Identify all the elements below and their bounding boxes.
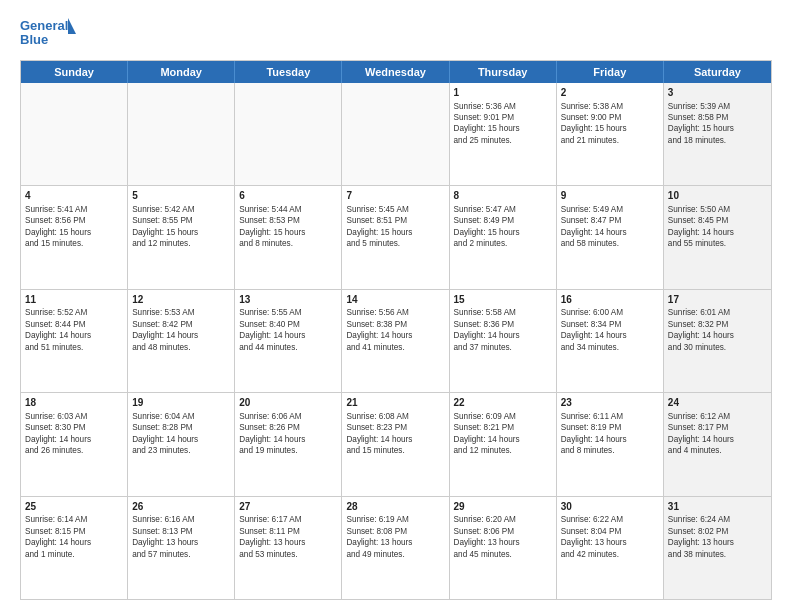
svg-text:General: General [20,18,68,33]
day-number: 29 [454,500,552,514]
svg-marker-2 [68,18,76,34]
calendar-row: 11Sunrise: 5:52 AM Sunset: 8:44 PM Dayli… [21,290,771,393]
calendar-header-cell: Tuesday [235,61,342,83]
day-info: Sunrise: 6:20 AM Sunset: 8:06 PM Dayligh… [454,515,520,558]
calendar-cell: 17Sunrise: 6:01 AM Sunset: 8:32 PM Dayli… [664,290,771,392]
calendar-cell: 8Sunrise: 5:47 AM Sunset: 8:49 PM Daylig… [450,186,557,288]
calendar-cell: 30Sunrise: 6:22 AM Sunset: 8:04 PM Dayli… [557,497,664,599]
calendar-header-cell: Wednesday [342,61,449,83]
calendar-cell: 12Sunrise: 5:53 AM Sunset: 8:42 PM Dayli… [128,290,235,392]
day-number: 23 [561,396,659,410]
day-number: 15 [454,293,552,307]
calendar-cell: 5Sunrise: 5:42 AM Sunset: 8:55 PM Daylig… [128,186,235,288]
calendar-cell: 11Sunrise: 5:52 AM Sunset: 8:44 PM Dayli… [21,290,128,392]
day-info: Sunrise: 6:14 AM Sunset: 8:15 PM Dayligh… [25,515,91,558]
day-info: Sunrise: 5:52 AM Sunset: 8:44 PM Dayligh… [25,308,91,351]
day-number: 5 [132,189,230,203]
calendar-cell: 26Sunrise: 6:16 AM Sunset: 8:13 PM Dayli… [128,497,235,599]
calendar-row: 18Sunrise: 6:03 AM Sunset: 8:30 PM Dayli… [21,393,771,496]
day-number: 21 [346,396,444,410]
day-info: Sunrise: 5:55 AM Sunset: 8:40 PM Dayligh… [239,308,305,351]
day-number: 12 [132,293,230,307]
day-number: 2 [561,86,659,100]
day-number: 10 [668,189,767,203]
calendar-cell [21,83,128,185]
day-info: Sunrise: 6:06 AM Sunset: 8:26 PM Dayligh… [239,412,305,455]
day-info: Sunrise: 5:45 AM Sunset: 8:51 PM Dayligh… [346,205,412,248]
calendar-cell: 15Sunrise: 5:58 AM Sunset: 8:36 PM Dayli… [450,290,557,392]
calendar-header-cell: Thursday [450,61,557,83]
page: General Blue SundayMondayTuesdayWednesda… [0,0,792,612]
calendar-cell: 21Sunrise: 6:08 AM Sunset: 8:23 PM Dayli… [342,393,449,495]
day-info: Sunrise: 5:44 AM Sunset: 8:53 PM Dayligh… [239,205,305,248]
svg-text:Blue: Blue [20,32,48,47]
day-info: Sunrise: 5:47 AM Sunset: 8:49 PM Dayligh… [454,205,520,248]
calendar-row: 4Sunrise: 5:41 AM Sunset: 8:56 PM Daylig… [21,186,771,289]
calendar-cell: 28Sunrise: 6:19 AM Sunset: 8:08 PM Dayli… [342,497,449,599]
day-number: 20 [239,396,337,410]
day-number: 18 [25,396,123,410]
day-number: 6 [239,189,337,203]
day-info: Sunrise: 5:50 AM Sunset: 8:45 PM Dayligh… [668,205,734,248]
day-number: 31 [668,500,767,514]
day-number: 8 [454,189,552,203]
calendar-cell: 3Sunrise: 5:39 AM Sunset: 8:58 PM Daylig… [664,83,771,185]
day-number: 1 [454,86,552,100]
day-number: 26 [132,500,230,514]
day-info: Sunrise: 6:24 AM Sunset: 8:02 PM Dayligh… [668,515,734,558]
day-info: Sunrise: 6:08 AM Sunset: 8:23 PM Dayligh… [346,412,412,455]
day-number: 19 [132,396,230,410]
day-number: 13 [239,293,337,307]
day-number: 4 [25,189,123,203]
calendar-cell: 25Sunrise: 6:14 AM Sunset: 8:15 PM Dayli… [21,497,128,599]
calendar-row: 1Sunrise: 5:36 AM Sunset: 9:01 PM Daylig… [21,83,771,186]
day-number: 30 [561,500,659,514]
calendar-header-cell: Monday [128,61,235,83]
day-number: 3 [668,86,767,100]
day-number: 27 [239,500,337,514]
calendar-cell: 29Sunrise: 6:20 AM Sunset: 8:06 PM Dayli… [450,497,557,599]
day-number: 9 [561,189,659,203]
day-info: Sunrise: 5:38 AM Sunset: 9:00 PM Dayligh… [561,102,627,145]
calendar-cell: 10Sunrise: 5:50 AM Sunset: 8:45 PM Dayli… [664,186,771,288]
calendar-cell [235,83,342,185]
day-info: Sunrise: 6:22 AM Sunset: 8:04 PM Dayligh… [561,515,627,558]
calendar-cell: 7Sunrise: 5:45 AM Sunset: 8:51 PM Daylig… [342,186,449,288]
calendar-header-cell: Sunday [21,61,128,83]
day-number: 7 [346,189,444,203]
header: General Blue [20,16,772,52]
logo-svg: General Blue [20,16,80,52]
calendar-cell: 9Sunrise: 5:49 AM Sunset: 8:47 PM Daylig… [557,186,664,288]
calendar-cell: 23Sunrise: 6:11 AM Sunset: 8:19 PM Dayli… [557,393,664,495]
calendar-cell: 6Sunrise: 5:44 AM Sunset: 8:53 PM Daylig… [235,186,342,288]
day-number: 25 [25,500,123,514]
calendar-cell [128,83,235,185]
calendar-cell: 22Sunrise: 6:09 AM Sunset: 8:21 PM Dayli… [450,393,557,495]
calendar-row: 25Sunrise: 6:14 AM Sunset: 8:15 PM Dayli… [21,497,771,599]
day-number: 22 [454,396,552,410]
day-info: Sunrise: 5:49 AM Sunset: 8:47 PM Dayligh… [561,205,627,248]
day-info: Sunrise: 6:16 AM Sunset: 8:13 PM Dayligh… [132,515,198,558]
day-info: Sunrise: 6:09 AM Sunset: 8:21 PM Dayligh… [454,412,520,455]
day-info: Sunrise: 6:04 AM Sunset: 8:28 PM Dayligh… [132,412,198,455]
calendar-cell: 2Sunrise: 5:38 AM Sunset: 9:00 PM Daylig… [557,83,664,185]
day-info: Sunrise: 6:01 AM Sunset: 8:32 PM Dayligh… [668,308,734,351]
day-info: Sunrise: 5:56 AM Sunset: 8:38 PM Dayligh… [346,308,412,351]
calendar-cell: 19Sunrise: 6:04 AM Sunset: 8:28 PM Dayli… [128,393,235,495]
calendar-cell: 1Sunrise: 5:36 AM Sunset: 9:01 PM Daylig… [450,83,557,185]
calendar-cell: 4Sunrise: 5:41 AM Sunset: 8:56 PM Daylig… [21,186,128,288]
day-info: Sunrise: 5:36 AM Sunset: 9:01 PM Dayligh… [454,102,520,145]
calendar: SundayMondayTuesdayWednesdayThursdayFrid… [20,60,772,600]
day-info: Sunrise: 6:12 AM Sunset: 8:17 PM Dayligh… [668,412,734,455]
calendar-cell: 31Sunrise: 6:24 AM Sunset: 8:02 PM Dayli… [664,497,771,599]
day-info: Sunrise: 6:19 AM Sunset: 8:08 PM Dayligh… [346,515,412,558]
day-info: Sunrise: 5:39 AM Sunset: 8:58 PM Dayligh… [668,102,734,145]
calendar-header: SundayMondayTuesdayWednesdayThursdayFrid… [21,61,771,83]
day-info: Sunrise: 6:03 AM Sunset: 8:30 PM Dayligh… [25,412,91,455]
day-info: Sunrise: 6:00 AM Sunset: 8:34 PM Dayligh… [561,308,627,351]
calendar-header-cell: Friday [557,61,664,83]
day-number: 11 [25,293,123,307]
calendar-cell: 14Sunrise: 5:56 AM Sunset: 8:38 PM Dayli… [342,290,449,392]
day-number: 24 [668,396,767,410]
day-info: Sunrise: 5:42 AM Sunset: 8:55 PM Dayligh… [132,205,198,248]
